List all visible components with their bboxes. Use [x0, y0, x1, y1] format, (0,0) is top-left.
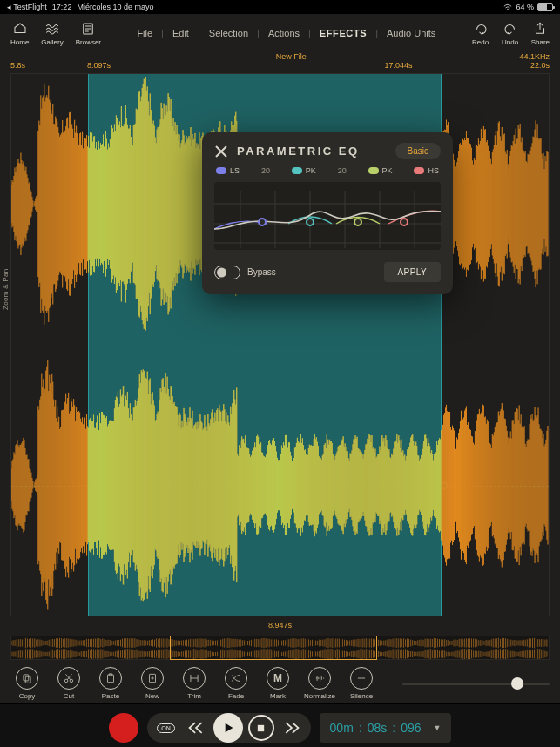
status-date: Miércoles 10 de mayo	[77, 3, 153, 11]
fade-label: Fade	[228, 692, 244, 700]
forward-button[interactable]	[280, 716, 304, 740]
rewind-button[interactable]	[184, 716, 208, 740]
trim-label: Trim	[187, 692, 201, 700]
apply-button[interactable]: APPLY	[384, 262, 442, 282]
svg-point-21	[307, 219, 314, 225]
mark-label: Mark	[270, 692, 286, 700]
band-pk1[interactable]: PK	[292, 166, 316, 175]
selection-label: Selection	[0, 575, 2, 607]
svg-point-22	[354, 219, 361, 225]
gallery-icon	[44, 21, 61, 37]
share-label: Share	[531, 38, 550, 46]
ruler-tick: 8.097s	[87, 61, 111, 70]
time-millis: 096	[401, 721, 421, 735]
zoom-slider[interactable]	[402, 683, 550, 685]
ruler-tick: 5.8s	[10, 61, 25, 70]
minimap-viewport[interactable]	[170, 636, 377, 660]
transport-controls: ON	[147, 713, 311, 743]
undo-button[interactable]: Undo	[502, 21, 519, 46]
wifi-icon	[503, 3, 512, 10]
svg-rect-3	[24, 675, 29, 681]
file-meta-line: New File 44.1KHz	[0, 52, 560, 61]
svg-point-20	[259, 219, 266, 225]
selection-duration: 8.947s	[11, 621, 549, 629]
time-minutes: 00m	[330, 721, 354, 735]
menu-edit[interactable]: Edit	[169, 26, 192, 40]
home-label: Home	[10, 38, 29, 46]
redo-button[interactable]: Redo	[472, 21, 489, 46]
home-icon	[11, 21, 29, 37]
battery-icon	[537, 3, 553, 11]
time-dropdown-icon[interactable]: ▼	[434, 723, 442, 732]
status-time: 17:22	[52, 3, 72, 11]
basic-toggle[interactable]: Basic	[395, 143, 441, 159]
gallery-button[interactable]: Gallery	[41, 21, 63, 46]
slider-knob[interactable]	[511, 677, 523, 690]
ipad-status-bar: ◂ TestFlight 17:22 Miércoles 10 de mayo …	[0, 0, 560, 14]
svg-rect-10	[258, 724, 264, 730]
loop-toggle[interactable]: ON	[154, 716, 179, 740]
normalize-button[interactable]: Normalize	[303, 667, 336, 700]
ruler-tick: 22.0s	[530, 61, 550, 70]
cut-label: Cut	[64, 692, 74, 700]
eq-curve-canvas[interactable]	[214, 182, 441, 250]
waveform-2	[11, 355, 549, 616]
edit-actions-bar: Copy Cut Paste New Trim Fade MMark Norma…	[0, 660, 560, 703]
browser-label: Browser	[76, 38, 101, 46]
time-ruler[interactable]: 5.8s 8.097s 17.044s 22.0s	[10, 61, 550, 73]
menu-audio-units[interactable]: Audio Units	[383, 26, 439, 40]
close-icon[interactable]	[214, 145, 228, 158]
time-display[interactable]: 00m : 08s : 096 ▼	[320, 713, 452, 743]
top-toolbar: Home Gallery Browser File| Edit| Selecti…	[0, 14, 560, 52]
undo-label: Undo	[502, 38, 518, 46]
zoom-pan-label: Zoom & Pan	[2, 269, 10, 310]
browser-button[interactable]: Browser	[76, 21, 101, 46]
silence-button[interactable]: Silence	[345, 667, 378, 700]
band-hs[interactable]: HS	[414, 166, 439, 175]
fade-button[interactable]: Fade	[219, 667, 253, 700]
transport-bar: ON 00m : 08s : 096 ▼	[0, 703, 560, 747]
silence-label: Silence	[350, 692, 373, 700]
status-back-app: ◂ TestFlight	[7, 3, 47, 11]
copy-button[interactable]: Copy	[10, 667, 44, 700]
menu-file[interactable]: File	[133, 26, 156, 40]
band-pk2[interactable]: PK	[368, 166, 393, 175]
menu-actions[interactable]: Actions	[265, 26, 303, 40]
svg-rect-4	[25, 676, 30, 683]
cut-button[interactable]: Cut	[52, 667, 85, 700]
loop-on-label: ON	[157, 723, 175, 733]
menu-selection[interactable]: Selection	[206, 26, 252, 40]
toggle-switch[interactable]	[214, 266, 240, 279]
time-seconds: 08s	[368, 721, 388, 735]
track-2	[11, 355, 549, 616]
parametric-eq-dialog[interactable]: PARAMETRIC EQ Basic LS 20 PK 20 PK HS By…	[202, 132, 453, 294]
menu-effects[interactable]: EFFECTS	[316, 26, 370, 40]
eq-band-tabs: LS 20 PK 20 PK HS	[216, 166, 439, 175]
dialog-title: PARAMETRIC EQ	[237, 145, 360, 158]
stop-button[interactable]	[248, 715, 274, 741]
new-label: New	[145, 692, 159, 700]
svg-point-23	[401, 219, 408, 225]
mark-button[interactable]: MMark	[261, 667, 294, 700]
samplerate-label: 44.1KHz	[519, 52, 550, 61]
battery-pct: 64 %	[516, 3, 534, 11]
band-gain-2: 20	[338, 166, 347, 175]
paste-button[interactable]: Paste	[94, 667, 127, 700]
undo-icon	[502, 21, 519, 37]
browser-icon	[79, 21, 97, 37]
band-ls[interactable]: LS	[216, 166, 240, 175]
trim-button[interactable]: Trim	[178, 667, 211, 700]
redo-icon	[472, 21, 489, 37]
bypass-toggle[interactable]: Bypass	[214, 266, 276, 279]
overview-minimap[interactable]	[10, 636, 550, 660]
redo-label: Redo	[472, 38, 489, 46]
share-icon	[531, 21, 549, 37]
share-button[interactable]: Share	[531, 21, 550, 46]
paste-label: Paste	[102, 692, 119, 700]
menu-bar: File| Edit| Selection| Actions| EFFECTS|…	[133, 26, 439, 40]
record-button[interactable]	[109, 713, 138, 743]
play-button[interactable]	[213, 713, 243, 743]
bypass-label: Bypass	[247, 267, 276, 277]
new-button[interactable]: New	[136, 667, 169, 700]
home-button[interactable]: Home	[10, 21, 29, 46]
